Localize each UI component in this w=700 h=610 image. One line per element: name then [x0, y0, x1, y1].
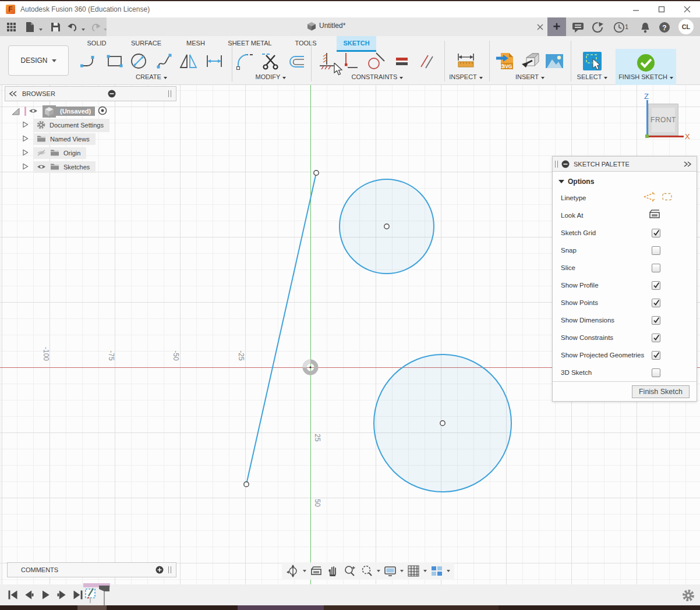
look-at-plane-icon[interactable] [649, 210, 660, 221]
trim-tool-icon[interactable] [261, 51, 281, 71]
viewports-icon[interactable] [430, 564, 444, 578]
undo-icon[interactable] [67, 22, 77, 32]
help-icon[interactable]: ? [658, 21, 671, 34]
browser-item-document-settings[interactable]: Document Settings [22, 119, 109, 132]
equal-constraint-icon[interactable] [392, 51, 412, 71]
insert-canvas-icon[interactable] [545, 51, 564, 71]
mirror-tool-icon[interactable] [179, 51, 199, 71]
circle-tool-icon[interactable] [129, 51, 149, 71]
show-points-checkbox[interactable] [652, 299, 660, 307]
user-avatar[interactable]: CL [678, 19, 694, 34]
panel-minus-icon[interactable] [561, 160, 570, 168]
timeline-begin-icon[interactable] [7, 589, 19, 601]
select-tool-icon[interactable] [582, 51, 602, 71]
grid-settings-icon[interactable] [406, 564, 420, 578]
job-status-icon[interactable] [591, 21, 604, 34]
pan-icon[interactable] [326, 564, 340, 578]
comments-bar[interactable]: COMMENTS [7, 562, 176, 577]
undo-caret[interactable] [78, 24, 89, 35]
notifications-bell-icon[interactable] [639, 21, 652, 34]
expand-arrow-icon[interactable] [22, 149, 29, 157]
add-comment-icon[interactable] [155, 566, 164, 574]
file-menu-caret[interactable] [36, 24, 46, 35]
workspace-selector[interactable]: DESIGN [8, 45, 69, 76]
finish-check-icon[interactable] [635, 52, 657, 74]
fillet-tool-icon[interactable] [236, 51, 256, 71]
panel-grip[interactable] [555, 161, 558, 168]
projected-linetype-icon[interactable] [662, 192, 673, 204]
visibility-eye-icon[interactable] [29, 108, 38, 115]
snap-checkbox[interactable] [652, 246, 660, 255]
finish-sketch-label[interactable]: FINISH SKETCH [605, 73, 687, 80]
browser-root-label[interactable]: (Unsaved) [56, 107, 95, 116]
timeline-marker[interactable] [98, 584, 111, 608]
modify-group-label[interactable]: MODIFY [230, 73, 312, 80]
show-profile-checkbox[interactable] [652, 281, 660, 290]
tangent-constraint-icon[interactable] [366, 51, 386, 71]
timeline-step-back-icon[interactable] [23, 589, 35, 601]
constraints-group-label[interactable]: CONSTRAINTS [337, 73, 418, 80]
expand-arrow-icon[interactable] [22, 163, 29, 171]
insert-svg-icon[interactable]: SVG [496, 51, 515, 71]
orbit-icon[interactable] [286, 564, 300, 578]
grid-settings-caret[interactable] [423, 570, 427, 572]
parallel-constraint-icon[interactable] [417, 51, 437, 71]
browser-item-origin[interactable]: Origin [22, 147, 86, 159]
look-at-icon[interactable] [309, 564, 323, 578]
display-settings-caret[interactable] [400, 570, 404, 572]
new-tab-button[interactable]: + [547, 17, 566, 36]
rectangle-tool-icon[interactable] [105, 51, 125, 71]
browser-header[interactable]: BROWSER [5, 86, 176, 101]
3d-sketch-checkbox[interactable] [652, 368, 660, 377]
clock-icon[interactable] [613, 21, 625, 34]
browser-item-sketches[interactable]: Sketches [22, 161, 96, 173]
finish-sketch-palette-button[interactable]: Finish Sketch [632, 385, 690, 398]
browser-item-named-views[interactable]: Named Views [22, 133, 96, 146]
options-section-header[interactable]: Options [558, 178, 594, 186]
tab-solid[interactable]: SOLID [76, 36, 118, 50]
tab-surface[interactable]: SURFACE [118, 36, 175, 50]
tab-sketch[interactable]: SKETCH [337, 36, 376, 50]
measure-tool-icon[interactable] [456, 51, 476, 71]
collapse-panel-icon[interactable] [9, 91, 17, 97]
timeline-end-icon[interactable] [72, 589, 84, 601]
timeline-play-icon[interactable] [40, 589, 51, 601]
tab-mesh[interactable]: MESH [175, 36, 217, 50]
visibility-eye-icon[interactable] [37, 164, 46, 171]
comments-feed-icon[interactable] [571, 21, 584, 34]
slice-checkbox[interactable] [652, 264, 660, 272]
tab-close-icon[interactable] [535, 22, 545, 32]
expand-panel-icon[interactable] [684, 161, 692, 167]
spline-tool-icon[interactable] [154, 51, 174, 71]
panel-grip[interactable] [168, 90, 171, 97]
orbit-caret[interactable] [303, 570, 306, 572]
insert-mesh-icon[interactable] [521, 51, 540, 71]
line-tool-icon[interactable] [80, 51, 100, 71]
minimize-button[interactable] [623, 1, 649, 17]
zoom-icon[interactable] [343, 564, 357, 578]
maximize-button[interactable] [649, 1, 674, 17]
viewports-caret[interactable] [447, 570, 450, 572]
browser-root-item[interactable]: (Unsaved) [12, 105, 107, 118]
panel-minus-icon[interactable] [108, 90, 116, 98]
create-group-label[interactable]: CREATE [111, 73, 192, 80]
dimension-tool-icon[interactable] [204, 51, 224, 71]
viewcube[interactable]: FRONT [648, 104, 678, 136]
app-grid-icon[interactable] [6, 22, 16, 32]
construction-linetype-icon[interactable] [643, 191, 656, 204]
zoom-window-caret[interactable] [377, 570, 380, 572]
viewcube-front-face[interactable]: FRONT [652, 108, 675, 132]
visibility-eye-slash-icon[interactable] [37, 150, 46, 157]
save-icon[interactable] [50, 22, 61, 32]
sketch-grid-checkbox[interactable] [652, 229, 660, 237]
activate-target-icon[interactable] [98, 106, 107, 116]
close-button[interactable] [674, 1, 700, 17]
expand-arrow-icon[interactable] [22, 121, 29, 129]
redo-icon[interactable] [90, 22, 101, 32]
settings-gear-icon[interactable] [682, 589, 695, 602]
expand-arrow-icon[interactable] [22, 135, 29, 143]
panel-grip[interactable] [168, 566, 171, 573]
show-constraints-checkbox[interactable] [652, 334, 660, 342]
timeline-step-forward-icon[interactable] [56, 589, 68, 601]
show-projected-geometries-checkbox[interactable] [652, 351, 660, 360]
